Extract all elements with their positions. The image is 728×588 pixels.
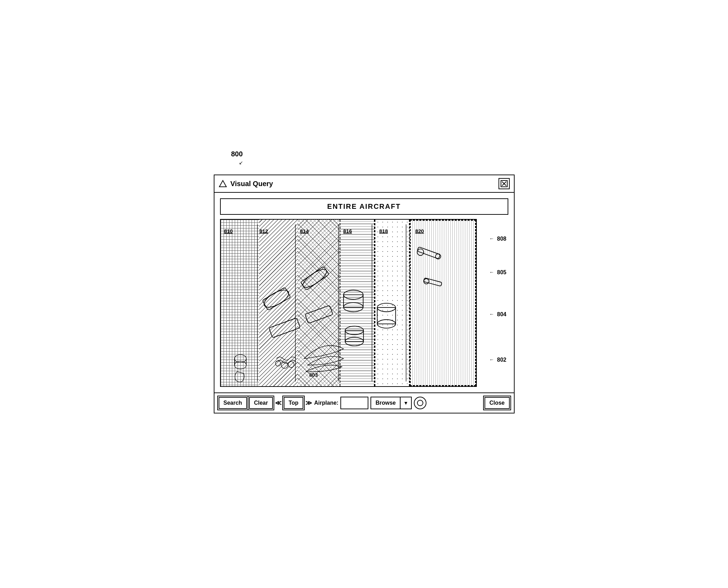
ref-label-805: 805 <box>497 269 507 276</box>
arrow-802: ← <box>489 357 494 362</box>
close-button[interactable]: Close <box>485 397 510 409</box>
prev-arrow-icon[interactable]: ≪ <box>275 399 282 407</box>
browse-group: Browse ▼ <box>370 397 412 409</box>
search-button[interactable]: Search <box>219 397 247 409</box>
clear-button[interactable]: Clear <box>249 397 273 409</box>
airplane-label: Airplane: <box>314 400 338 406</box>
title-bar-left: Visual Query <box>219 179 273 188</box>
zones-wrapper <box>221 220 476 386</box>
zone-820 <box>410 220 476 386</box>
zone-818 <box>375 220 410 386</box>
arrow-804: ← <box>489 311 494 317</box>
diagram-container: 810 812 814 816 818 820 <box>220 219 477 387</box>
airplane-input[interactable] <box>340 397 368 409</box>
svg-point-43 <box>417 400 423 406</box>
title-bar: Visual Query <box>214 175 514 193</box>
circle-button[interactable] <box>414 397 426 409</box>
zone-812 <box>259 220 298 386</box>
content-area: ENTIRE AIRCRAFT <box>214 193 514 392</box>
ref-label-800: 800 <box>231 150 243 158</box>
main-window: Visual Query ENTIRE AIRCRAFT <box>214 175 515 413</box>
close-x-icon <box>501 180 508 187</box>
ref-label-808: 808 <box>497 236 507 242</box>
browse-button[interactable]: Browse <box>371 398 400 408</box>
circle-icon <box>417 399 424 406</box>
aircraft-header: ENTIRE AIRCRAFT <box>220 198 508 215</box>
diagram-wrapper: 810 812 814 816 818 820 <box>220 219 477 387</box>
window-title: Visual Query <box>231 180 273 188</box>
top-button[interactable]: Top <box>284 397 303 409</box>
ref-label-804: 804 <box>497 311 507 318</box>
arrow-808: ← <box>489 236 494 241</box>
zone-810 <box>221 220 259 386</box>
ref-label-802: 802 <box>497 357 507 363</box>
next-arrow-icon[interactable]: ≫ <box>305 399 312 407</box>
arrow-805: ← <box>489 269 494 275</box>
arrow-800: ↙ <box>239 160 243 165</box>
close-x-button[interactable] <box>499 178 510 189</box>
page-wrapper: 800 ↙ Visual Query ENTIRE AIRCRAFT <box>214 175 515 413</box>
triangle-icon <box>219 179 227 188</box>
zone-814 <box>298 220 340 386</box>
browse-dropdown-arrow[interactable]: ▼ <box>401 399 411 407</box>
zone-816 <box>340 220 375 386</box>
svg-marker-0 <box>219 180 226 187</box>
toolbar: Search Clear ≪ Top ≫ Airplane: Browse ▼ … <box>214 392 514 413</box>
